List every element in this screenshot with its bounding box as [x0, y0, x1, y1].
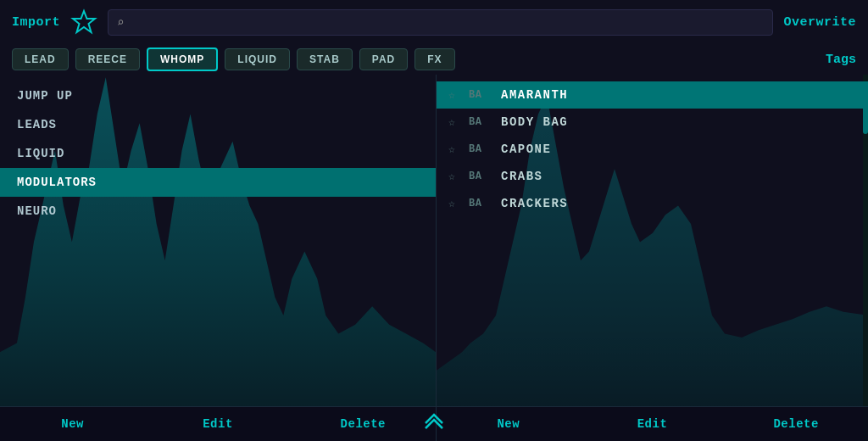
- app-container: Import ⌕ Overwrite LEADREECEWHOMPLIQUIDS…: [0, 0, 868, 441]
- tag-btn-stab[interactable]: STAB: [297, 48, 353, 70]
- tag-btn-reece[interactable]: REECE: [75, 48, 140, 70]
- top-bar: Import ⌕ Overwrite: [0, 0, 868, 44]
- tag-btn-pad[interactable]: PAD: [359, 48, 408, 70]
- left-footer: New Edit Delete: [0, 406, 436, 441]
- right-new-button[interactable]: New: [437, 417, 581, 431]
- preset-name: CRABS: [501, 170, 543, 183]
- favorite-star-icon[interactable]: ☆: [448, 88, 460, 102]
- preset-name: BODY BAG: [501, 115, 568, 129]
- main-content: JUMP UPLEADSLIQUIDMODULATORSNEURO New Ed…: [0, 75, 868, 441]
- scroll-up-button[interactable]: [422, 410, 446, 434]
- favorites-star-icon[interactable]: [70, 8, 97, 36]
- preset-name: CRACKERS: [501, 197, 568, 210]
- preset-author: BA: [469, 116, 492, 128]
- right-panel: ☆BAAMARANTH☆BABODY BAG☆BACAPONE☆BACRABS☆…: [437, 75, 868, 441]
- preset-author: BA: [469, 170, 492, 182]
- favorite-star-icon[interactable]: ☆: [448, 142, 460, 156]
- right-list: ☆BAAMARANTH☆BABODY BAG☆BACAPONE☆BACRABS☆…: [437, 75, 868, 406]
- favorite-star-icon[interactable]: ☆: [448, 197, 460, 210]
- left-list-item[interactable]: MODULATORS: [0, 168, 436, 197]
- left-edit-button[interactable]: Edit: [145, 417, 290, 431]
- tag-btn-lead[interactable]: LEAD: [12, 48, 69, 70]
- left-new-button[interactable]: New: [0, 417, 145, 431]
- preset-author: BA: [469, 198, 492, 209]
- tag-btn-liquid[interactable]: LIQUID: [225, 48, 290, 70]
- left-list-item[interactable]: JUMP UP: [0, 81, 436, 110]
- right-preset-item[interactable]: ☆BACRACKERS: [437, 190, 868, 217]
- right-preset-item[interactable]: ☆BABODY BAG: [437, 109, 868, 136]
- right-preset-item[interactable]: ☆BACRABS: [437, 163, 868, 190]
- tag-bar: LEADREECEWHOMPLIQUIDSTABPADFXTags: [0, 44, 868, 75]
- search-icon: ⌕: [117, 15, 124, 30]
- favorite-star-icon[interactable]: ☆: [448, 170, 460, 183]
- left-panel: JUMP UPLEADSLIQUIDMODULATORSNEURO New Ed…: [0, 75, 437, 441]
- search-input[interactable]: [131, 15, 764, 29]
- import-button[interactable]: Import: [12, 15, 60, 30]
- preset-name: CAPONE: [501, 142, 551, 156]
- right-delete-button[interactable]: Delete: [724, 417, 868, 431]
- preset-name: AMARANTH: [501, 88, 568, 102]
- tag-btn-whomp[interactable]: WHOMP: [147, 47, 218, 71]
- overwrite-button[interactable]: Overwrite: [783, 15, 856, 30]
- tag-btn-fx[interactable]: FX: [415, 48, 454, 70]
- tags-label[interactable]: Tags: [826, 53, 856, 67]
- preset-author: BA: [469, 143, 492, 155]
- right-edit-button[interactable]: Edit: [581, 417, 725, 431]
- right-footer: New Edit Delete: [437, 406, 868, 441]
- right-preset-item[interactable]: ☆BAAMARANTH: [437, 81, 868, 109]
- svg-marker-0: [73, 11, 95, 32]
- preset-author: BA: [469, 89, 492, 101]
- favorite-star-icon[interactable]: ☆: [448, 115, 460, 129]
- search-box: ⌕: [108, 9, 773, 36]
- left-list-item[interactable]: LEADS: [0, 110, 436, 139]
- left-list: JUMP UPLEADSLIQUIDMODULATORSNEURO: [0, 75, 436, 406]
- left-delete-button[interactable]: Delete: [291, 417, 436, 431]
- left-list-item[interactable]: NEURO: [0, 197, 436, 226]
- left-list-item[interactable]: LIQUID: [0, 139, 436, 168]
- right-preset-item[interactable]: ☆BACAPONE: [437, 136, 868, 163]
